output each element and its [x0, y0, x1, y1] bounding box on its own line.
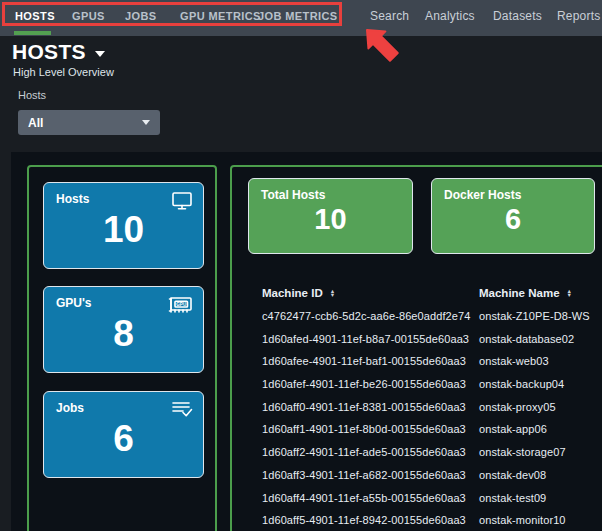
nav-analytics[interactable]: Analytics [425, 0, 475, 32]
table-row: c4762477-ccb6-5d2c-aa6e-86e0addf2e74 ons… [262, 305, 602, 328]
gpus-stat-card: GPU's GPU 8 [43, 286, 204, 373]
column-label: Machine Name [479, 287, 560, 299]
machine-id-cell: c4762477-ccb6-5d2c-aa6e-86e0addf2e74 [262, 310, 479, 322]
card-label: Hosts [56, 192, 89, 206]
table-header-row: Machine ID Machine Name [262, 282, 602, 305]
card-value: 6 [432, 203, 594, 236]
table-row: 1d60afef-4901-11ef-be26-00155de60aa3 ons… [262, 373, 602, 396]
machine-name-cell: onstak-monitor10 [479, 514, 566, 526]
total-hosts-card: Total Hosts 10 [248, 178, 413, 254]
machine-id-cell: 1d60afef-4901-11ef-be26-00155de60aa3 [262, 378, 479, 390]
machine-name-cell: onstak-app06 [479, 423, 547, 435]
page-subtitle: High Level Overview [13, 66, 114, 78]
machine-name-cell: onstak-dev08 [479, 469, 546, 481]
table-row: 1d60aff2-4901-11ef-ade5-00155de60aa3 ons… [262, 441, 602, 464]
hosts-filter-dropdown[interactable]: All [18, 110, 160, 135]
table-row: 1d60aff4-4901-11ef-a55b-00155de60aa3 ons… [262, 486, 602, 509]
machine-id-cell: 1d60aff0-4901-11ef-8381-00155de60aa3 [262, 401, 479, 413]
sort-icon[interactable] [567, 289, 572, 298]
dashboard-screen: HOSTS GPUS JOBS GPU METRICS JOB METRICS … [0, 0, 602, 531]
machine-id-cell: 1d60aff1-4901-11ef-8b0d-00155de60aa3 [262, 423, 479, 435]
machine-name-cell: onstak-backup04 [479, 378, 564, 390]
machine-name-cell: onstak-storage07 [479, 446, 566, 458]
machine-name-cell: onstak-web03 [479, 355, 549, 367]
caret-down-icon[interactable] [95, 51, 105, 57]
page-header: HOSTS [12, 40, 105, 64]
machine-name-cell: onstak-Z10PE-D8-WS [479, 310, 590, 322]
dashboard-panel: Hosts 10 GPU's GPU 8 [11, 152, 602, 531]
machine-id-cell: 1d60aff4-4901-11ef-a55b-00155de60aa3 [262, 492, 479, 504]
table-row: 1d60aff5-4901-11ef-8942-00155de60aa3 ons… [262, 509, 602, 531]
sort-icon[interactable] [330, 289, 335, 298]
docker-hosts-card: Docker Hosts 6 [431, 178, 595, 254]
machine-id-cell: 1d60aff2-4901-11ef-ade5-00155de60aa3 [262, 446, 479, 458]
table-row: 1d60aff3-4901-11ef-a682-00155de60aa3 ons… [262, 464, 602, 487]
annotation-box [2, 2, 342, 26]
machine-id-cell: 1d60aff3-4901-11ef-a682-00155de60aa3 [262, 469, 479, 481]
machine-id-cell: 1d60aff5-4901-11ef-8942-00155de60aa3 [262, 514, 479, 526]
card-label: Jobs [56, 401, 84, 415]
machine-id-cell: 1d60afee-4901-11ef-baf1-00155de60aa3 [262, 355, 479, 367]
nav-datasets[interactable]: Datasets [493, 0, 542, 32]
card-value: 10 [249, 203, 412, 236]
hosts-stat-card: Hosts 10 [43, 182, 204, 269]
card-label: Total Hosts [261, 188, 325, 202]
chevron-down-icon [142, 120, 150, 125]
table-row: 1d60aff1-4901-11ef-8b0d-00155de60aa3 ons… [262, 418, 602, 441]
card-value: 10 [44, 209, 203, 251]
annotation-arrow-icon [360, 25, 400, 65]
page-title: HOSTS [12, 40, 86, 64]
machine-name-cell: onstak-database02 [479, 333, 574, 345]
card-label: GPU's [56, 296, 92, 310]
table-row: 1d60afed-4901-11ef-b8a7-00155de60aa3 ons… [262, 327, 602, 350]
monitor-icon [171, 191, 193, 211]
card-value: 6 [44, 418, 203, 460]
nav-reports[interactable]: Reports [557, 0, 600, 32]
column-header-machine-id[interactable]: Machine ID [262, 287, 479, 299]
hosts-panel: Total Hosts 10 Docker Hosts 6 Machine ID… [230, 165, 602, 531]
card-label: Docker Hosts [444, 188, 521, 202]
dropdown-selected-value: All [28, 116, 142, 130]
table-row: 1d60aff0-4901-11ef-8381-00155de60aa3 ons… [262, 395, 602, 418]
active-tab-underline [14, 31, 51, 35]
gpu-icon: GPU [167, 295, 193, 315]
tasks-check-icon [171, 400, 193, 420]
machine-id-cell: 1d60afed-4901-11ef-b8a7-00155de60aa3 [262, 333, 479, 345]
machine-name-cell: onstak-test09 [479, 492, 546, 504]
machine-name-cell: onstak-proxy05 [479, 401, 556, 413]
hosts-filter-label: Hosts [18, 89, 46, 101]
jobs-stat-card: Jobs 6 [43, 391, 204, 478]
stats-panel: Hosts 10 GPU's GPU 8 [27, 165, 217, 531]
hosts-table: Machine ID Machine Name c4762477-ccb6-5d… [262, 282, 602, 531]
table-row: 1d60afee-4901-11ef-baf1-00155de60aa3 ons… [262, 350, 602, 373]
column-header-machine-name[interactable]: Machine Name [479, 287, 572, 299]
column-label: Machine ID [262, 287, 323, 299]
card-value: 8 [44, 313, 203, 355]
svg-text:GPU: GPU [176, 302, 187, 307]
